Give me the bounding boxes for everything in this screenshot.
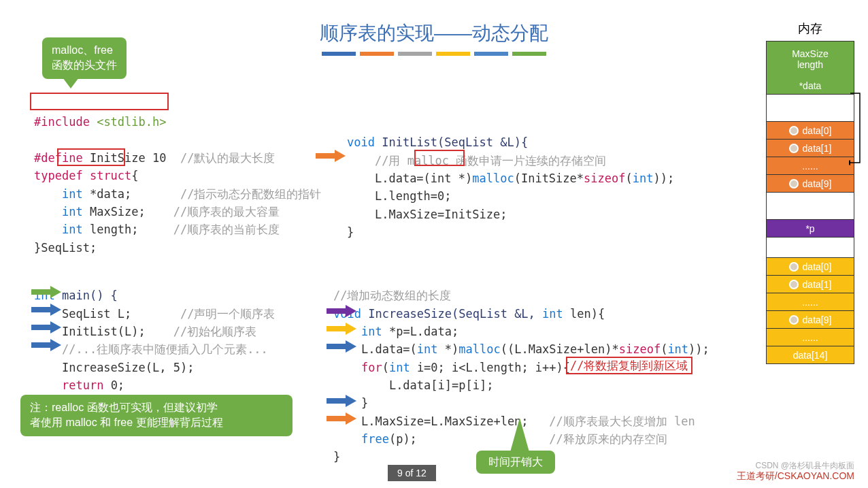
- arrow-blue-r1: [327, 340, 356, 353]
- callout-timecost: 时间开销大: [476, 451, 555, 474]
- arrow-green: [31, 286, 61, 298]
- page-indicator: 9 of 12: [388, 465, 436, 481]
- svg-rect-1: [316, 153, 335, 159]
- svg-marker-21: [510, 418, 529, 452]
- svg-marker-2: [335, 150, 346, 162]
- arrow-blue-3: [31, 339, 61, 351]
- arrow-yellow: [327, 323, 356, 335]
- redbox-intcast: [414, 150, 465, 166]
- svg-rect-17: [327, 398, 346, 404]
- slide-title: 顺序表的实现——动态分配: [0, 20, 868, 46]
- svg-marker-18: [346, 395, 356, 407]
- arrow-blue-2: [31, 321, 61, 334]
- svg-marker-6: [50, 304, 61, 316]
- svg-marker-4: [50, 286, 61, 298]
- svg-rect-15: [327, 344, 346, 349]
- callout-realloc: 注：realloc 函数也可实现，但建议初学 者使用 malloc 和 free…: [20, 395, 293, 436]
- svg-rect-5: [31, 307, 50, 312]
- code-left-definitions: #include <stdlib.h> #define InitSize 10 …: [34, 95, 321, 257]
- svg-rect-19: [327, 416, 346, 421]
- svg-marker-0: [63, 78, 79, 88]
- footer-credit: 王道考研/CSKAOYAN.COM: [737, 470, 854, 483]
- svg-marker-20: [346, 412, 356, 425]
- svg-rect-3: [31, 289, 50, 295]
- svg-marker-12: [346, 305, 356, 317]
- code-right-initlist: void InitList(SeqList &L){ //用 malloc 函数…: [347, 116, 674, 241]
- svg-rect-9: [31, 342, 50, 348]
- svg-rect-13: [327, 326, 346, 331]
- arrow-purple: [327, 305, 356, 317]
- svg-rect-7: [31, 325, 50, 330]
- memory-diagram: 内存 MaxSizelength *data data[0] data[1] .…: [766, 20, 854, 364]
- arrow-blue-r2: [327, 395, 356, 407]
- svg-marker-10: [50, 339, 61, 351]
- arrow-orange-1: [316, 150, 346, 162]
- arrow-blue-1: [31, 304, 61, 316]
- redbox-include: [30, 93, 169, 110]
- svg-marker-22: [849, 160, 850, 165]
- arrow-orange-2: [327, 412, 356, 425]
- svg-marker-14: [346, 323, 356, 335]
- code-left-main: int main() { SeqList L; //声明一个顺序表 InitLi…: [34, 269, 275, 412]
- svg-rect-11: [327, 308, 346, 314]
- svg-marker-8: [50, 321, 61, 334]
- svg-marker-16: [346, 340, 356, 353]
- pointer-arrow-data: [849, 92, 861, 167]
- redbox-intdata: [57, 148, 125, 166]
- redbox-copy-comment: //将数据复制到新区域: [566, 357, 692, 374]
- callout-malloc-header: malloc、free 函数的头文件: [42, 37, 127, 79]
- title-underline: [0, 52, 868, 56]
